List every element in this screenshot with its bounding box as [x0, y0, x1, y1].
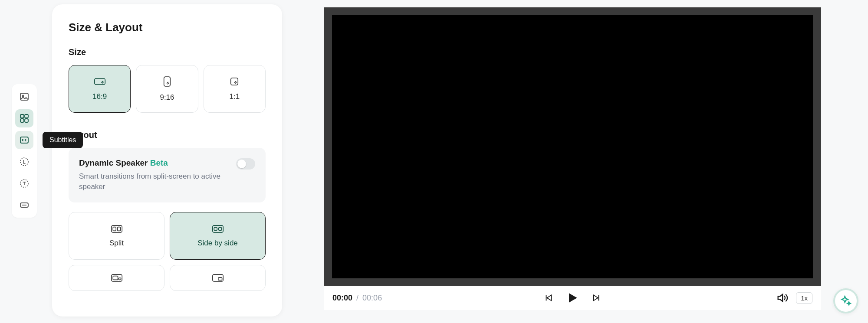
volume-button[interactable]	[776, 292, 788, 304]
tool-rail: Subtitles	[12, 84, 37, 218]
layout-split-button[interactable]: Split	[69, 212, 164, 260]
size-layout-panel: Size & Layout Size 16:9 9:16 1:1 Layout	[52, 4, 282, 316]
text-t-icon	[19, 178, 30, 189]
time-total: 00:06	[362, 294, 382, 302]
size-16-9-button[interactable]: 16:9	[69, 65, 131, 113]
layout-side-by-side-button[interactable]: Side by side	[170, 212, 266, 260]
dynamic-speaker-title: Dynamic Speaker Beta	[79, 158, 229, 168]
subtitles-tooltip: Subtitles	[43, 132, 83, 148]
layout-option-3-button[interactable]	[69, 265, 164, 291]
layout-section-label: Layout	[69, 130, 266, 140]
rail-subtitles-button[interactable]: Subtitles	[15, 131, 33, 149]
size-label: 16:9	[92, 92, 107, 101]
volume-icon	[776, 292, 788, 304]
svg-rect-24	[218, 277, 222, 280]
image-icon	[19, 91, 30, 102]
size-options: 16:9 9:16 1:1	[69, 65, 266, 113]
size-label: 9:16	[160, 93, 174, 102]
dynamic-speaker-toggle[interactable]	[236, 158, 255, 170]
play-button[interactable]	[566, 291, 579, 305]
svg-marker-26	[547, 295, 551, 301]
rail-logo-button[interactable]	[15, 153, 33, 171]
size-section-label: Size	[69, 47, 266, 57]
time-current: 00:00	[332, 294, 352, 302]
svg-rect-13	[231, 78, 238, 85]
svg-rect-19	[218, 227, 221, 230]
panel-title: Size & Layout	[69, 21, 266, 34]
timecode: 00:00 / 00:06	[332, 294, 382, 303]
size-label: 1:1	[230, 92, 240, 101]
rail-size-layout-button[interactable]	[15, 109, 33, 127]
skip-forward-button[interactable]	[592, 293, 601, 303]
logo-l-icon	[19, 157, 30, 167]
svg-rect-22	[118, 278, 121, 280]
dynamic-speaker-card: Dynamic Speaker Beta Smart transitions f…	[69, 148, 266, 202]
portrait-icon	[163, 76, 171, 87]
landscape-icon	[94, 77, 106, 86]
svg-rect-16	[117, 227, 120, 231]
svg-rect-3	[25, 114, 28, 118]
pip-small-icon	[111, 273, 123, 283]
svg-point-1	[22, 95, 23, 96]
playback-speed-button[interactable]: 1x	[796, 292, 812, 304]
pip-corner-icon	[212, 273, 224, 283]
svg-rect-18	[214, 227, 217, 230]
right-controls: 1x	[776, 292, 812, 304]
svg-rect-6	[20, 137, 28, 143]
skip-back-icon	[544, 293, 553, 303]
rail-captions-style-button[interactable]	[15, 196, 33, 214]
video-canvas[interactable]	[332, 15, 813, 278]
rail-text-button[interactable]	[15, 174, 33, 192]
layout-label: Side by side	[197, 239, 238, 248]
beta-badge: Beta	[150, 158, 168, 167]
svg-rect-4	[20, 119, 24, 122]
svg-point-7	[20, 158, 28, 166]
rail-image-button[interactable]	[15, 88, 33, 106]
size-1-1-button[interactable]: 1:1	[204, 65, 266, 113]
transport-controls	[544, 291, 601, 305]
dynamic-speaker-desc: Smart transitions from split-screen to a…	[79, 171, 229, 192]
svg-rect-12	[164, 77, 171, 86]
side-by-side-icon	[212, 224, 224, 234]
play-icon	[566, 291, 579, 305]
svg-rect-5	[25, 119, 28, 122]
svg-marker-27	[594, 295, 598, 301]
layout-label: Split	[109, 239, 124, 248]
sparkle-icon	[840, 295, 852, 307]
ai-assistant-button[interactable]	[833, 288, 858, 313]
time-separator: /	[356, 294, 358, 302]
square-icon	[230, 77, 239, 86]
split-icon	[111, 224, 123, 234]
svg-rect-11	[94, 78, 105, 85]
player-controls: 00:00 / 00:06	[324, 286, 821, 310]
layout-option-4-button[interactable]	[170, 265, 266, 291]
svg-rect-2	[20, 114, 24, 118]
skip-back-button[interactable]	[544, 293, 553, 303]
svg-rect-15	[113, 227, 116, 231]
skip-forward-icon	[592, 293, 601, 303]
svg-rect-21	[113, 276, 118, 280]
caption-bar-icon	[19, 200, 30, 210]
layout-options: Split Side by side	[69, 212, 266, 291]
video-preview-area	[324, 7, 821, 286]
grid-icon	[19, 113, 30, 124]
svg-rect-0	[20, 93, 28, 100]
size-9-16-button[interactable]: 9:16	[136, 65, 198, 113]
cc-icon	[19, 135, 30, 145]
